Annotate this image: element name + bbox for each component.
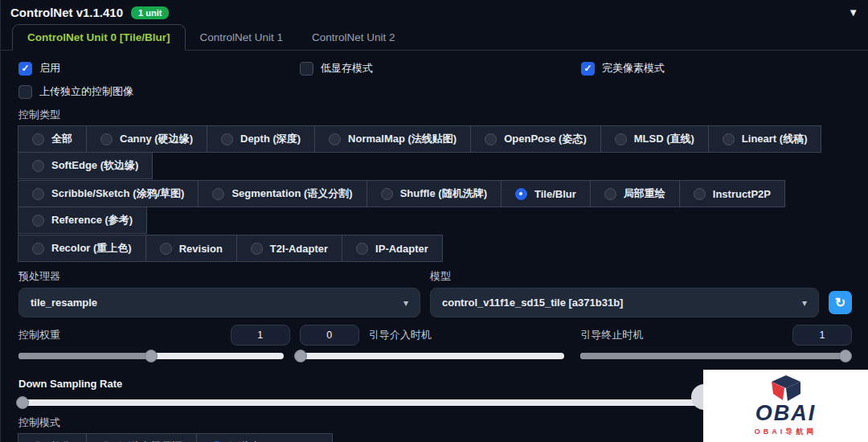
control-type-option[interactable]: OpenPose (姿态) xyxy=(470,125,601,153)
control-type-option[interactable]: T2I-Adapter xyxy=(236,235,342,262)
preprocessor-label: 预处理器 xyxy=(18,269,420,284)
control-type-option[interactable]: Scribble/Sketch (涂鸦/草图) xyxy=(18,180,199,207)
obai-cube-logo-icon xyxy=(768,374,804,402)
control-type-option[interactable]: Depth (深度) xyxy=(207,125,315,153)
start-step-input[interactable] xyxy=(300,325,359,346)
control-type-option[interactable]: NormalMap (法线贴图) xyxy=(314,125,471,153)
collapse-arrow-icon[interactable]: ▼ xyxy=(848,6,858,18)
upload-independent-control-checkbox[interactable]: 上传独立的控制图像 xyxy=(18,84,133,99)
radio-icon xyxy=(329,133,341,145)
control-weight-label: 控制权重 xyxy=(18,328,60,342)
watermark-brand-text: OBAI xyxy=(755,403,817,424)
end-step-slider[interactable] xyxy=(580,353,845,359)
control-mode-option[interactable]: 更偏向提示词 xyxy=(86,433,197,442)
control-weight-input[interactable] xyxy=(231,325,290,346)
radio-icon xyxy=(32,160,44,172)
radio-icon xyxy=(356,243,368,255)
control-type-option[interactable]: Lineart (线稿) xyxy=(708,125,822,153)
control-type-option[interactable]: 局部重绘 xyxy=(590,180,680,207)
control-type-option[interactable]: Reference (参考) xyxy=(18,207,147,234)
control-type-option[interactable]: MLSD (直线) xyxy=(600,125,709,153)
control-mode-option[interactable]: 更偏向 ControlNet xyxy=(196,433,333,442)
end-step-input[interactable] xyxy=(792,325,852,346)
unit-count-badge: 1 unit xyxy=(131,6,169,19)
radio-icon xyxy=(221,133,233,145)
checkbox-checked-icon xyxy=(18,62,32,76)
radio-icon xyxy=(615,133,627,145)
model-label: 模型 xyxy=(430,269,819,284)
model-dropdown[interactable]: control_v11f1e_sd15_tile [a371b31b] xyxy=(430,288,819,317)
radio-icon xyxy=(251,243,263,255)
radio-icon xyxy=(32,188,44,200)
low-vram-checkbox[interactable]: 低显存模式 xyxy=(300,61,581,76)
control-type-option[interactable]: Tile/Blur xyxy=(501,180,591,207)
radio-icon xyxy=(604,188,616,200)
control-type-option[interactable]: IP-Adapter xyxy=(342,235,443,262)
radio-icon xyxy=(515,188,527,200)
slider-handle[interactable] xyxy=(145,350,158,362)
control-type-option[interactable]: SoftEdge (软边缘) xyxy=(18,152,153,179)
refresh-models-button[interactable]: ↻ xyxy=(829,291,852,314)
refresh-icon: ↻ xyxy=(835,297,845,309)
control-type-group: 全部 Canny (硬边缘) Depth (深度) NormalMap (法线贴… xyxy=(18,126,852,262)
checkbox-unchecked-icon xyxy=(300,62,313,76)
radio-icon xyxy=(160,243,172,255)
enable-checkbox[interactable]: 启用 xyxy=(18,61,300,76)
radio-icon xyxy=(694,188,706,200)
slider-handle[interactable] xyxy=(16,396,29,409)
control-weight-slider[interactable] xyxy=(18,353,284,359)
unit-tabbar: ControlNet Unit 0 [Tile/Blur] ControlNet… xyxy=(1,23,868,51)
watermark: OBAI OBAI导航网 xyxy=(703,370,868,442)
radio-icon xyxy=(485,133,497,145)
checkbox-checked-icon xyxy=(581,62,595,76)
radio-icon xyxy=(212,188,224,200)
control-type-option[interactable]: Revision xyxy=(145,235,237,262)
start-step-label: 引导介入时机 xyxy=(369,328,432,342)
panel-title: ControlNet v1.1.410 xyxy=(10,6,123,19)
start-step-slider[interactable] xyxy=(300,353,565,359)
radio-icon xyxy=(100,133,113,145)
preprocessor-dropdown[interactable]: tile_resample xyxy=(18,288,420,317)
downsample-label: Down Sampling Rate xyxy=(18,378,122,390)
pixel-perfect-checkbox[interactable]: 完美像素模式 xyxy=(581,61,665,76)
accordion-header[interactable]: ControlNet v1.1.410 1 unit ▼ xyxy=(1,0,868,23)
control-type-option[interactable]: Recolor (重上色) xyxy=(18,235,146,262)
control-type-option[interactable]: Segmentation (语义分割) xyxy=(198,180,366,207)
radio-icon xyxy=(723,133,735,145)
control-type-label: 控制类型 xyxy=(18,108,852,122)
control-type-option[interactable]: Canny (硬边缘) xyxy=(86,125,207,153)
tab-controlnet-unit-1[interactable]: ControlNet Unit 1 xyxy=(186,25,298,50)
slider-handle[interactable] xyxy=(294,350,307,362)
radio-icon xyxy=(381,188,393,200)
control-type-option[interactable]: Shuffle (随机洗牌) xyxy=(366,180,502,207)
radio-icon xyxy=(32,215,44,227)
chevron-down-icon xyxy=(802,297,807,309)
tab-controlnet-unit-2[interactable]: ControlNet Unit 2 xyxy=(297,25,410,50)
control-type-option[interactable]: 全部 xyxy=(18,125,87,153)
radio-icon xyxy=(32,133,44,145)
radio-icon xyxy=(32,243,44,255)
chevron-down-icon xyxy=(403,297,408,309)
control-mode-option[interactable]: 均衡 xyxy=(18,433,87,442)
slider-handle[interactable] xyxy=(839,350,852,362)
control-type-option[interactable]: InstructP2P xyxy=(679,180,785,207)
tab-controlnet-unit-0[interactable]: ControlNet Unit 0 [Tile/Blur] xyxy=(12,24,186,51)
watermark-subtitle-text: OBAI导航网 xyxy=(755,427,817,437)
checkbox-unchecked-icon xyxy=(18,85,32,99)
end-step-label: 引导终止时机 xyxy=(580,328,643,342)
